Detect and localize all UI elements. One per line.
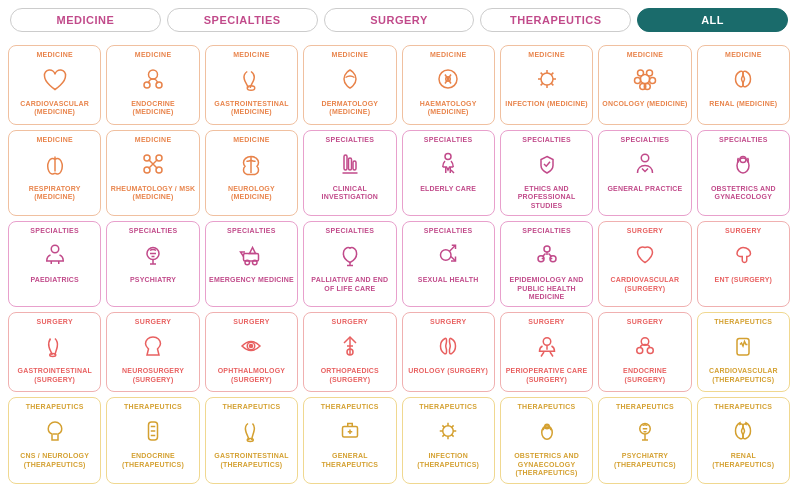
dermatology-icon	[332, 61, 368, 97]
card-category-label: SPECIALTIES	[30, 227, 79, 234]
card-neuro-surg[interactable]: SURGERYNEUROSURGERY (SURGERY)	[106, 312, 199, 392]
card-obs-ther[interactable]: THERAPEUTICSOBSTETRICS AND GYNAECOLOGY (…	[500, 397, 593, 483]
card-sexual[interactable]: SPECIALTIESSEXUAL HEALTH	[402, 221, 495, 307]
card-bone[interactable]: MEDICINERHEUMATOLOGY / MSK (MEDICINE)	[106, 130, 199, 216]
ethics-icon	[529, 146, 565, 182]
card-brain[interactable]: MEDICINENEUROLOGY (MEDICINE)	[205, 130, 298, 216]
gastro-ther-icon	[233, 413, 269, 449]
card-category-label: SPECIALTIES	[719, 136, 768, 143]
card-category-label: MEDICINE	[135, 136, 172, 143]
card-label: ENT (SURGERY)	[715, 276, 773, 284]
card-category-label: THERAPEUTICS	[419, 403, 477, 410]
tab-all[interactable]: ALL	[637, 8, 788, 32]
card-label: ENDOCRINE (SURGERY)	[602, 367, 687, 384]
card-kidney[interactable]: MEDICINERENAL (MEDICINE)	[697, 45, 790, 125]
card-obstetrics[interactable]: SPECIALTIESOBSTETRICS AND GYNAECOLOGY	[697, 130, 790, 216]
card-periop[interactable]: SURGERYPERIOPERATIVE CARE (SURGERY)	[500, 312, 593, 392]
card-label: GASTROINTESTINAL (SURGERY)	[12, 367, 97, 384]
card-palliative[interactable]: SPECIALTIESPALLIATIVE AND END OF LIFE CA…	[303, 221, 396, 307]
card-label: HAEMATOLOGY (MEDICINE)	[406, 100, 491, 117]
card-gp[interactable]: SPECIALTIESGENERAL PRACTICE	[598, 130, 691, 216]
card-heart[interactable]: MEDICINECARDIOVASCULAR (MEDICINE)	[8, 45, 101, 125]
card-category-label: SURGERY	[430, 318, 466, 325]
svg-rect-19	[348, 158, 351, 170]
card-label: PERIOPERATIVE CARE (SURGERY)	[504, 367, 589, 384]
card-category-label: MEDICINE	[725, 51, 762, 58]
card-label: GASTROINTESTINAL (THERAPEUTICS)	[209, 452, 294, 469]
card-oncology[interactable]: MEDICINEONCOLOGY (MEDICINE)	[598, 45, 691, 125]
card-label: PAEDIATRICS	[30, 276, 79, 284]
card-category-label: SURGERY	[332, 318, 368, 325]
card-infection-ther[interactable]: THERAPEUTICSINFECTION (THERAPEUTICS)	[402, 397, 495, 483]
svg-point-15	[156, 167, 162, 173]
svg-point-42	[647, 348, 653, 354]
card-category-label: THERAPEUTICS	[616, 403, 674, 410]
card-category-label: SPECIALTIES	[522, 136, 571, 143]
card-ortho[interactable]: SURGERYORTHOPAEDICS (SURGERY)	[303, 312, 396, 392]
card-general-ther[interactable]: THERAPEUTICSGENERAL THERAPEUTICS	[303, 397, 396, 483]
blood-icon	[430, 61, 466, 97]
card-cardio-ther[interactable]: THERAPEUTICSCARDIOVASCULAR (THERAPEUTICS…	[697, 312, 790, 392]
card-endocrine-ther[interactable]: THERAPEUTICSENDOCRINE (THERAPEUTICS)	[106, 397, 199, 483]
card-ent[interactable]: SURGERYENT (SURGERY)	[697, 221, 790, 307]
card-cns[interactable]: THERAPEUTICSCNS / NEUROLOGY (THERAPEUTIC…	[8, 397, 101, 483]
card-eye[interactable]: SURGERYOPHTHALMOLOGY (SURGERY)	[205, 312, 298, 392]
tab-therapeutics[interactable]: THERAPEUTICS	[480, 8, 631, 32]
card-category-label: MEDICINE	[36, 51, 73, 58]
heart-icon	[37, 61, 73, 97]
svg-point-9	[646, 70, 652, 76]
card-paediatrics[interactable]: SPECIALTIESPAEDIATRICS	[8, 221, 101, 307]
card-endocrine[interactable]: MEDICINEENDOCRINE (MEDICINE)	[106, 45, 199, 125]
card-label: UROLOGY (SURGERY)	[408, 367, 488, 375]
card-label: SEXUAL HEALTH	[418, 276, 479, 284]
card-psychiatry[interactable]: SPECIALTIESPSYCHIATRY	[106, 221, 199, 307]
neuro-surg-icon	[135, 328, 171, 364]
card-epidemiology[interactable]: SPECIALTIESEPIDEMIOLOGY AND PUBLIC HEALT…	[500, 221, 593, 307]
gastro-icon	[233, 61, 269, 97]
oncology-icon	[627, 61, 663, 97]
tab-specialties[interactable]: SPECIALTIES	[167, 8, 318, 32]
card-category-label: SURGERY	[233, 318, 269, 325]
card-lung[interactable]: MEDICINERESPIRATORY (MEDICINE)	[8, 130, 101, 216]
svg-rect-18	[344, 155, 347, 170]
card-category-label: SURGERY	[528, 318, 564, 325]
infection-icon	[529, 61, 565, 97]
card-renal-ther[interactable]: THERAPEUTICSRENAL (THERAPEUTICS)	[697, 397, 790, 483]
card-category-label: THERAPEUTICS	[518, 403, 576, 410]
card-label: NEUROSURGERY (SURGERY)	[110, 367, 195, 384]
cardio-surg-icon	[627, 237, 663, 273]
obstetrics-icon	[725, 146, 761, 182]
card-dermatology[interactable]: MEDICINEDERMATOLOGY (MEDICINE)	[303, 45, 396, 125]
card-cardio-surg[interactable]: SURGERYCARDIOVASCULAR (SURGERY)	[598, 221, 691, 307]
card-emergency[interactable]: SPECIALTIESEMERGENCY MEDICINE	[205, 221, 298, 307]
card-endocrine-surg[interactable]: SURGERYENDOCRINE (SURGERY)	[598, 312, 691, 392]
card-label: CARDIOVASCULAR (MEDICINE)	[12, 100, 97, 117]
paediatrics-icon	[37, 237, 73, 273]
eye-icon	[233, 328, 269, 364]
periop-icon	[529, 328, 565, 364]
card-blood[interactable]: MEDICINEHAEMATOLOGY (MEDICINE)	[402, 45, 495, 125]
card-label: OPHTHALMOLOGY (SURGERY)	[209, 367, 294, 384]
card-label: ETHICS AND PROFESSIONAL STUDIES	[504, 185, 589, 210]
svg-point-2	[156, 82, 162, 88]
card-category-label: MEDICINE	[528, 51, 565, 58]
card-gastro-surg[interactable]: SURGERYGASTROINTESTINAL (SURGERY)	[8, 312, 101, 392]
card-psych-ther[interactable]: THERAPEUTICSPSYCHIATRY (THERAPEUTICS)	[598, 397, 691, 483]
card-gastro-ther[interactable]: THERAPEUTICSGASTROINTESTINAL (THERAPEUTI…	[205, 397, 298, 483]
card-elderly[interactable]: SPECIALTIESELDERLY CARE	[402, 130, 495, 216]
card-label: CNS / NEUROLOGY (THERAPEUTICS)	[12, 452, 97, 469]
card-investigation[interactable]: SPECIALTIESCLINICAL INVESTIGATION	[303, 130, 396, 216]
card-label: PSYCHIATRY	[130, 276, 176, 284]
svg-point-0	[149, 70, 158, 79]
card-category-label: SURGERY	[135, 318, 171, 325]
card-label: PSYCHIATRY (THERAPEUTICS)	[602, 452, 687, 469]
infection-ther-icon	[430, 413, 466, 449]
tab-medicine[interactable]: MEDICINE	[10, 8, 161, 32]
card-gastro[interactable]: MEDICINEGASTROINTESTINAL (MEDICINE)	[205, 45, 298, 125]
elderly-icon	[430, 146, 466, 182]
card-ethics[interactable]: SPECIALTIESETHICS AND PROFESSIONAL STUDI…	[500, 130, 593, 216]
card-urology[interactable]: SURGERYUROLOGY (SURGERY)	[402, 312, 495, 392]
card-infection[interactable]: MEDICINEINFECTION (MEDICINE)	[500, 45, 593, 125]
tab-surgery[interactable]: SURGERY	[324, 8, 475, 32]
card-category-label: MEDICINE	[233, 51, 270, 58]
